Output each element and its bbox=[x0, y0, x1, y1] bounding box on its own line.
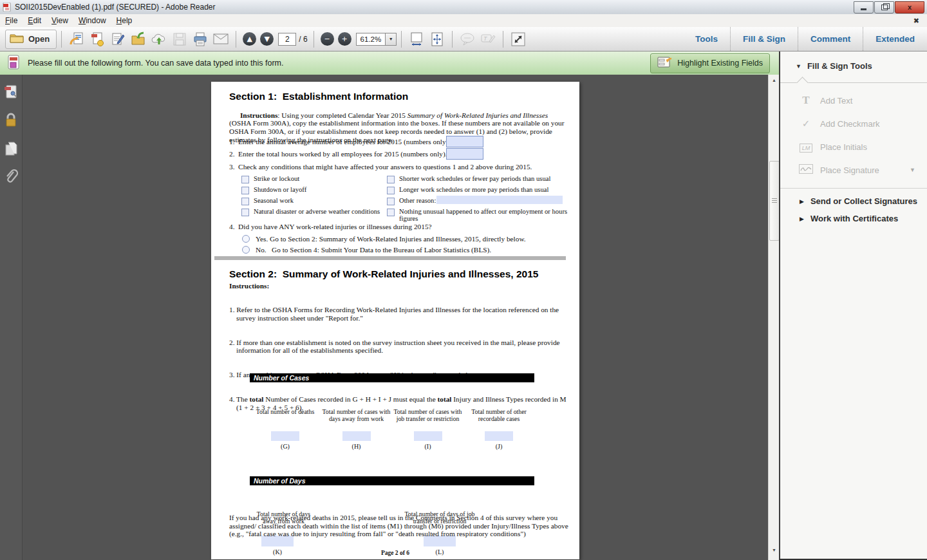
share-document-icon[interactable] bbox=[68, 31, 85, 48]
zoom-in-button[interactable]: + bbox=[338, 32, 351, 46]
checkbox[interactable] bbox=[387, 187, 395, 194]
question-4-label: 4. Did you have ANY work-related injurie… bbox=[229, 223, 432, 231]
fit-width-button[interactable] bbox=[408, 31, 425, 48]
other-cases-input[interactable] bbox=[485, 431, 513, 441]
scrollbar-grip bbox=[772, 198, 777, 204]
scrollbar-thumb[interactable] bbox=[769, 161, 780, 241]
collapse-triangle-icon: ▼ bbox=[796, 63, 801, 70]
attachments-icon[interactable] bbox=[0, 166, 22, 188]
pdf-app-icon bbox=[3, 3, 12, 12]
radio-no-label: No. Go to Section 4: Submit Your Data to… bbox=[256, 246, 491, 254]
days-away-cases-input[interactable] bbox=[342, 431, 371, 441]
page-number-input[interactable]: 2 bbox=[278, 33, 296, 46]
condition-label: Shutdown or layoff bbox=[254, 186, 306, 193]
place-signature-tool[interactable]: Place Signature ▼ bbox=[780, 162, 927, 178]
form-message: Please fill out the following form. You … bbox=[28, 59, 283, 68]
deaths-note: If you had any work-related deaths in 20… bbox=[229, 514, 570, 538]
arrow-up-icon: ▲ bbox=[772, 78, 776, 82]
menu-item-window[interactable]: Window bbox=[73, 15, 111, 26]
vertical-scrollbar[interactable]: ▲ ▼ bbox=[768, 75, 780, 560]
checkbox[interactable] bbox=[241, 198, 249, 205]
expand-triangle-icon: ▶ bbox=[800, 198, 804, 205]
checkbox[interactable] bbox=[241, 187, 249, 194]
close-icon: x bbox=[908, 4, 912, 11]
open-button-label: Open bbox=[28, 34, 50, 44]
save-icon[interactable] bbox=[171, 31, 188, 48]
create-pdf-icon[interactable] bbox=[89, 31, 106, 48]
condition-label: Shorter work schedules or fewer pay peri… bbox=[399, 175, 550, 182]
export-folder-icon[interactable] bbox=[130, 31, 147, 48]
email-icon[interactable] bbox=[212, 31, 229, 48]
next-page-button[interactable]: ▼ bbox=[260, 32, 274, 46]
highlight-existing-fields-button[interactable]: Highlight Existing Fields bbox=[650, 53, 770, 73]
toolbar-separator bbox=[401, 31, 402, 48]
security-lock-icon[interactable] bbox=[0, 109, 22, 131]
hours-input[interactable] bbox=[446, 148, 483, 160]
minimize-icon bbox=[861, 8, 866, 10]
checkbox[interactable] bbox=[241, 209, 249, 216]
zoom-out-button[interactable]: − bbox=[321, 32, 334, 46]
deaths-input[interactable] bbox=[271, 431, 299, 441]
checkbox[interactable] bbox=[387, 176, 395, 183]
plus-icon: + bbox=[341, 35, 347, 42]
annotate-icon[interactable]: T bbox=[480, 31, 496, 48]
employees-input[interactable] bbox=[446, 136, 483, 147]
sign-document-icon[interactable] bbox=[109, 31, 126, 48]
condition-label: Other reason: bbox=[399, 197, 436, 204]
chevron-down-icon[interactable]: ▼ bbox=[910, 167, 915, 173]
condition-label: Natural disaster or adverse weather cond… bbox=[254, 208, 380, 215]
tab-extended[interactable]: Extended bbox=[863, 27, 927, 51]
close-button[interactable]: x bbox=[895, 1, 924, 14]
column-header: Total number of other recordable cases bbox=[464, 408, 534, 431]
panel-header-label: Fill & Sign Tools bbox=[807, 61, 872, 71]
checkbox[interactable] bbox=[387, 198, 395, 205]
page-thumbnails-icon[interactable] bbox=[0, 81, 22, 103]
menu-item-edit[interactable]: Edit bbox=[23, 15, 46, 26]
add-text-tool[interactable]: T Add Text bbox=[780, 92, 927, 109]
page-count-label: / 6 bbox=[299, 35, 307, 44]
scroll-up-button[interactable]: ▲ bbox=[769, 75, 780, 85]
fill-sign-panel: ▼ Fill & Sign Tools T Add Text ✓ Add Che… bbox=[779, 51, 927, 560]
previous-page-button[interactable]: ▲ bbox=[243, 32, 256, 46]
radio-no[interactable] bbox=[242, 246, 250, 254]
comment-bubble-icon[interactable] bbox=[459, 31, 476, 48]
fill-sign-tools-header[interactable]: ▼ Fill & Sign Tools bbox=[796, 61, 872, 71]
open-button[interactable]: Open bbox=[5, 30, 57, 49]
toolbar-separator bbox=[452, 31, 453, 48]
minimize-button[interactable] bbox=[854, 1, 874, 14]
tab-tools[interactable]: Tools bbox=[683, 27, 730, 51]
column-code: (J) bbox=[464, 443, 534, 450]
fit-page-button[interactable] bbox=[429, 31, 445, 48]
send-collect-signatures-section[interactable]: ▶ Send or Collect Signatures bbox=[780, 196, 927, 206]
restore-button[interactable] bbox=[874, 1, 894, 14]
radio-yes[interactable] bbox=[242, 235, 250, 243]
zoom-level-input[interactable]: 61.2% bbox=[357, 35, 386, 43]
checkbox[interactable] bbox=[241, 176, 249, 183]
other-reason-input[interactable] bbox=[436, 196, 563, 204]
add-checkmark-tool[interactable]: ✓ Add Checkmark bbox=[780, 115, 927, 132]
transfer-cases-input[interactable] bbox=[414, 431, 442, 441]
zoom-dropdown-button[interactable]: ▼ bbox=[385, 33, 396, 45]
menu-item-view[interactable]: View bbox=[46, 15, 73, 26]
pages-icon[interactable] bbox=[0, 138, 22, 160]
menu-item-file[interactable]: File bbox=[0, 15, 23, 26]
tab-comment[interactable]: Comment bbox=[798, 27, 863, 51]
panel-divider bbox=[780, 188, 927, 189]
tab-fill-sign[interactable]: Fill & Sign bbox=[730, 27, 798, 51]
print-icon[interactable] bbox=[192, 31, 209, 48]
work-with-certificates-section[interactable]: ▶ Work with Certificates bbox=[780, 214, 927, 223]
cloud-upload-icon[interactable] bbox=[151, 31, 167, 48]
column-code: (I) bbox=[392, 443, 464, 450]
fullscreen-button[interactable] bbox=[510, 31, 527, 48]
scroll-down-button[interactable]: ▼ bbox=[769, 545, 780, 555]
checkbox[interactable] bbox=[387, 209, 395, 216]
hide-menubar-icon[interactable]: ✖ bbox=[913, 17, 919, 25]
condition-label: Longer work schedules or more pay period… bbox=[399, 186, 548, 193]
pdf-page: Section 1: Establishment Information Ins… bbox=[211, 82, 579, 559]
minus-icon: − bbox=[324, 35, 330, 42]
document-viewport[interactable]: Section 1: Establishment Information Ins… bbox=[23, 75, 768, 560]
place-initials-tool[interactable]: LM Place Initials bbox=[780, 138, 927, 155]
menu-item-help[interactable]: Help bbox=[111, 15, 138, 26]
highlight-fields-icon bbox=[657, 56, 673, 71]
section2-title: Section 2: Summary of Work-Related Injur… bbox=[229, 268, 538, 280]
